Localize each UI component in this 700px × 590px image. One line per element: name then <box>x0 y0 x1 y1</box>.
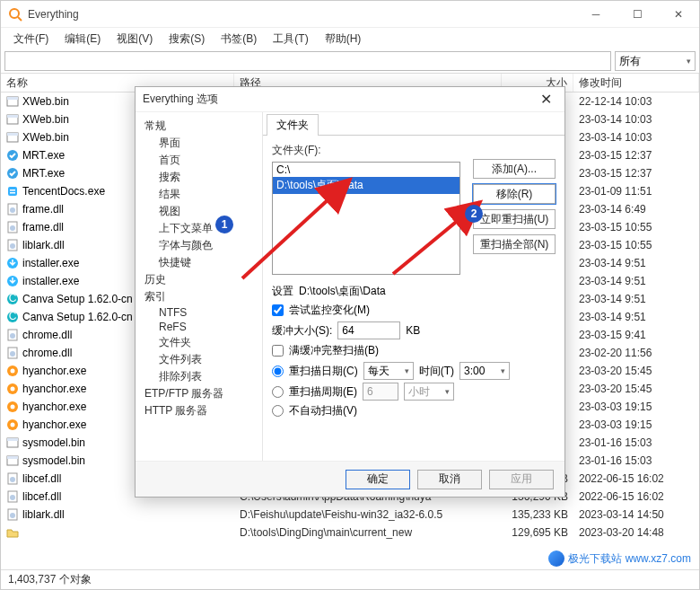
menu-search[interactable]: 搜索(S) <box>162 29 212 49</box>
buffer-label: 缓冲大小(S): <box>272 323 332 339</box>
tree-hotkeys[interactable]: 快捷键 <box>136 254 262 271</box>
tree-http[interactable]: HTTP 服务器 <box>136 402 262 419</box>
rescan-date-select[interactable]: 每天▾ <box>363 362 414 380</box>
rescan-now-button[interactable]: 立即重扫描(U) <box>473 209 556 229</box>
file-icon <box>6 329 19 341</box>
cancel-button[interactable]: 取消 <box>417 470 482 489</box>
file-date: 23-03-14 9:51 <box>573 257 699 269</box>
menu-tools[interactable]: 工具(T) <box>266 29 315 49</box>
folder-item-selected[interactable]: D:\tools\桌面\Data <box>273 177 459 194</box>
tree-contextmenu[interactable]: 上下文菜单 <box>136 220 262 237</box>
tree-home[interactable]: 首页 <box>136 152 262 169</box>
rescan-all-button[interactable]: 重扫描全部(N) <box>473 234 556 254</box>
no-auto-label: 不自动扫描(V) <box>289 403 357 418</box>
file-name: MRT.exe <box>22 167 65 180</box>
search-input[interactable] <box>4 51 611 71</box>
file-date: 23-03-20 15:45 <box>573 383 699 395</box>
tree-filelists[interactable]: 文件列表 <box>136 351 262 368</box>
settings-header: 设置 D:\tools\桌面\Data <box>272 284 556 299</box>
file-name: libcef.dll <box>22 472 61 485</box>
tree-results[interactable]: 结果 <box>136 186 262 203</box>
monitor-checkbox[interactable] <box>272 304 284 316</box>
svg-line-1 <box>18 17 22 21</box>
tree-fonts[interactable]: 字体与颜色 <box>136 237 262 254</box>
svg-point-42 <box>10 477 15 482</box>
maximize-button[interactable]: ☐ <box>617 1 658 27</box>
svg-point-34 <box>11 405 15 409</box>
tree-index[interactable]: 索引 <box>136 288 262 305</box>
svg-rect-7 <box>7 133 18 136</box>
buffer-input[interactable] <box>337 321 400 339</box>
full-rescan-checkbox[interactable] <box>272 345 284 357</box>
col-date[interactable]: 修改时间 <box>573 74 699 92</box>
tree-history[interactable]: 历史 <box>136 271 262 288</box>
file-icon <box>6 131 19 144</box>
watermark: 极光下载站 www.xz7.com <box>548 550 691 567</box>
minimize-button[interactable]: ─ <box>575 1 617 27</box>
file-name: installer.exe <box>22 257 79 269</box>
tree-search[interactable]: 搜索 <box>136 169 262 186</box>
add-button[interactable]: 添加(A)... <box>473 159 556 179</box>
menu-bookmarks[interactable]: 书签(B) <box>214 29 264 49</box>
file-date: 22-12-14 10:03 <box>573 95 699 108</box>
tree-refs[interactable]: ReFS <box>136 320 262 334</box>
file-icon <box>6 167 19 180</box>
file-icon <box>6 347 19 359</box>
window-title: Everything <box>28 8 575 21</box>
file-row[interactable]: D:\tools\DingDing\main\current_new129,69… <box>1 524 699 542</box>
buffer-unit: KB <box>406 324 420 337</box>
folder-listbox[interactable]: C:\ D:\tools\桌面\Data <box>272 162 460 275</box>
tree-ui[interactable]: 界面 <box>136 135 262 152</box>
file-date: 23-03-14 10:03 <box>573 131 699 144</box>
rescan-date-radio[interactable] <box>272 365 284 377</box>
file-date: 23-03-14 6:49 <box>573 203 699 216</box>
no-auto-radio[interactable] <box>272 405 284 417</box>
file-date: 23-02-20 11:56 <box>573 347 699 359</box>
time-label: 时间(T) <box>419 364 454 379</box>
time-select[interactable]: 3:00▾ <box>459 362 510 380</box>
tab-folders[interactable]: 文件夹 <box>267 114 319 136</box>
file-icon <box>6 203 19 216</box>
file-icon <box>6 257 19 269</box>
close-button[interactable]: ✕ <box>658 1 699 27</box>
file-row[interactable]: liblark.dllD:\Feishu\update\Feishu-win32… <box>1 506 699 524</box>
file-date: 2022-06-15 16:02 <box>573 490 699 503</box>
watermark-text: 极光下载站 www.xz7.com <box>568 551 691 567</box>
dialog-close-button[interactable]: ✕ <box>535 91 557 108</box>
tree-ntfs[interactable]: NTFS <box>136 305 262 320</box>
file-size: 135,233 KB <box>502 508 573 521</box>
remove-button[interactable]: 移除(R) <box>473 184 556 204</box>
tree-exclude[interactable]: 排除列表 <box>136 368 262 385</box>
filter-select[interactable]: 所有 ▾ <box>615 51 696 71</box>
file-name: hyanchor.exe <box>22 401 86 413</box>
folder-item[interactable]: C:\ <box>273 163 459 177</box>
status-text: 1,403,737 个对象 <box>8 572 92 587</box>
file-icon <box>6 436 19 449</box>
file-name: liblark.dll <box>22 239 65 251</box>
tree-etp[interactable]: ETP/FTP 服务器 <box>136 385 262 402</box>
options-tree[interactable]: 常规 界面 首页 搜索 结果 视图 上下文菜单 字体与颜色 快捷键 历史 索引 … <box>136 112 263 461</box>
svg-rect-12 <box>10 192 15 194</box>
ok-button[interactable]: 确定 <box>346 470 410 489</box>
file-date: 23-01-16 15:03 <box>573 454 699 467</box>
menu-edit[interactable]: 编辑(E) <box>57 29 108 49</box>
file-name: hyanchor.exe <box>22 383 86 395</box>
file-icon <box>6 149 19 162</box>
menu-view[interactable]: 视图(V) <box>109 29 160 49</box>
file-date: 23-03-03 19:15 <box>573 401 699 413</box>
menu-help[interactable]: 帮助(H) <box>318 29 369 49</box>
file-icon <box>6 365 19 377</box>
svg-text:C: C <box>9 311 17 322</box>
app-icon <box>8 7 22 22</box>
menu-file[interactable]: 文件(F) <box>6 29 56 49</box>
tree-general[interactable]: 常规 <box>136 118 262 135</box>
rescan-period-radio[interactable] <box>272 386 284 398</box>
svg-point-30 <box>11 369 15 374</box>
apply-button[interactable]: 应用 <box>489 470 554 489</box>
filter-value: 所有 <box>619 54 641 69</box>
tree-view[interactable]: 视图 <box>136 203 262 220</box>
tree-folders[interactable]: 文件夹 <box>136 334 262 351</box>
file-date: 2023-03-14 14:50 <box>573 508 699 521</box>
chevron-down-icon: ▾ <box>687 57 691 66</box>
svg-point-0 <box>10 9 19 18</box>
